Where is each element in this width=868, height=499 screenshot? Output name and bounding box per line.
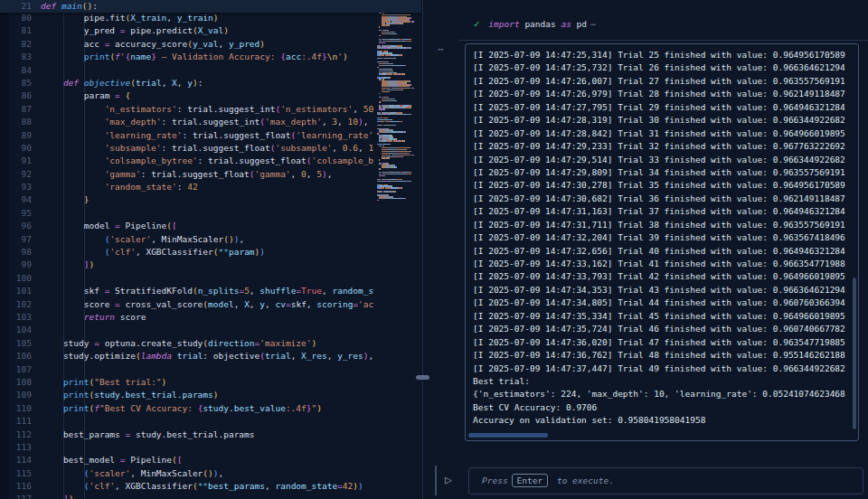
sticky-scope-header[interactable]: 21 def main():	[0, 0, 421, 13]
code-text: ])	[42, 259, 94, 271]
code-line[interactable]: 102 score = cross_val_score(model, X, y,…	[0, 298, 374, 311]
log-line: {'n_estimators': 224, 'max_depth': 10, '…	[473, 388, 851, 400]
code-editor-pane[interactable]: 80 pipe.fit(X_train, y_train)81 y_pred =…	[0, 0, 422, 499]
code-text: print(f'{name} – Validation Accuracy: {a…	[42, 51, 348, 63]
code-text: ('scaler', MinMaxScaler()),	[42, 467, 223, 480]
code-line[interactable]: 95	[0, 207, 374, 220]
code-line[interactable]: 86 param = {	[0, 89, 374, 102]
code-line[interactable]: 103 return score	[0, 311, 374, 324]
cell-actions-ellipsis[interactable]: ⋯	[438, 43, 445, 55]
code-line[interactable]: 90 'subsample': trial.suggest_float('sub…	[0, 142, 374, 155]
code-line[interactable]: 101 skf = StratifiedKFold(n_splits=5, sh…	[0, 285, 374, 297]
line-number: 91	[0, 155, 32, 167]
code-line[interactable]: 97 ('scaler', MinMaxScaler()),	[0, 233, 374, 246]
divider-drag-handle[interactable]	[416, 375, 429, 380]
ide-window: 80 pipe.fit(X_train, y_train)81 y_pred =…	[0, 0, 868, 499]
code-line[interactable]: 80 pipe.fit(X_train, y_train)	[0, 12, 374, 24]
code-line[interactable]: 111	[0, 415, 374, 428]
code-text: score = cross_val_score(model, X, y, cv=…	[42, 298, 374, 311]
code-text: 'learning_rate': trial.suggest_float('le…	[42, 129, 374, 142]
output-log-box[interactable]: [I 2025-07-09 14:47:25,314] Trial 25 fin…	[465, 43, 859, 441]
code-line[interactable]: 115 ('scaler', MinMaxScaler()),	[0, 467, 374, 480]
code-line[interactable]: 108 print("Best trial:")	[0, 376, 374, 389]
pane-divider[interactable]	[422, 0, 423, 499]
log-line: [I 2025-07-09 14:47:31,163] Trial 37 fin…	[473, 205, 851, 218]
code-line[interactable]: 106 study.optimize(lambda trial: objecti…	[0, 350, 374, 362]
log-line: [I 2025-07-09 14:47:31,711] Trial 38 fin…	[473, 219, 851, 231]
line-number: 88	[0, 116, 32, 128]
code-line[interactable]: 99 ])	[0, 259, 374, 271]
run-button[interactable]: ▷	[445, 470, 452, 490]
code-line[interactable]: 100	[0, 272, 374, 285]
line-number: 87	[0, 103, 32, 116]
enter-key-badge: Enter	[512, 474, 549, 487]
log-line: [I 2025-07-09 14:47:30,682] Trial 36 fin…	[473, 193, 851, 205]
code-line[interactable]: 110 print(f"Best CV Accuracy: {study.bes…	[0, 402, 374, 415]
line-number: 115	[0, 467, 32, 480]
code-line[interactable]: 107	[0, 363, 374, 376]
line-number: 117	[0, 493, 32, 499]
code-line[interactable]: 116 ('clf', XGBClassifier(**best_params,…	[0, 480, 374, 493]
code-line[interactable]: 89 'learning_rate': trial.suggest_float(…	[0, 129, 374, 142]
code-line[interactable]: 105 study = optuna.create_study(directio…	[0, 337, 374, 350]
command-input[interactable]: PressEnter to execute.	[468, 467, 863, 494]
line-number: 84	[0, 64, 32, 77]
code-line[interactable]: 112 best_params = study.best_trial.param…	[0, 428, 374, 441]
code-line[interactable]: 109 print(study.best_trial.params)	[0, 389, 374, 401]
log-line: [I 2025-07-09 14:47:33,793] Trial 42 fin…	[473, 270, 851, 283]
line-number: 106	[0, 350, 32, 362]
log-line: [I 2025-07-09 14:47:25,314] Trial 25 fin…	[473, 49, 851, 61]
line-number: 85	[0, 77, 32, 89]
code-text: def objective(trial, X, y):	[42, 77, 203, 89]
log-line: [I 2025-07-09 14:47:27,795] Trial 29 fin…	[473, 101, 851, 114]
log-line: [I 2025-07-09 14:47:32,656] Trial 40 fin…	[473, 245, 851, 258]
log-line: [I 2025-07-09 14:47:35,724] Trial 46 fin…	[473, 323, 851, 335]
code-text: 'max_depth': trial.suggest_int('max_dept…	[42, 116, 368, 128]
code-text: ('clf', XGBClassifier(**best_params, ran…	[42, 480, 363, 493]
code-line[interactable]: 91 'colsample_bytree': trial.suggest_flo…	[0, 155, 374, 167]
log-line: [I 2025-07-09 14:47:34,353] Trial 43 fin…	[473, 284, 851, 297]
collapsed-code-ellipsis[interactable]: ⋯	[590, 19, 596, 29]
code-line[interactable]: 93 'random_state': 42	[0, 181, 374, 193]
log-line: [I 2025-07-09 14:47:25,732] Trial 26 fin…	[473, 61, 851, 74]
code-line[interactable]: 87 'n_estimators': trial.suggest_int('n_…	[0, 103, 374, 116]
code-text: ('scaler', MinMaxScaler()),	[42, 233, 244, 246]
code-line[interactable]: 104	[0, 324, 374, 336]
code-line[interactable]: 94 }	[0, 193, 374, 206]
code-area[interactable]: 80 pipe.fit(X_train, y_train)81 y_pred =…	[0, 12, 374, 499]
header-divider	[458, 40, 868, 41]
code-text: acc = accuracy_score(y_val, y_pred)	[42, 38, 265, 51]
log-line: [I 2025-07-09 14:47:36,020] Trial 47 fin…	[473, 336, 851, 349]
line-number: 110	[0, 402, 32, 415]
code-line[interactable]: 113	[0, 441, 374, 454]
code-line[interactable]: 83 print(f'{name} – Validation Accuracy:…	[0, 51, 374, 63]
code-text: best_params = study.best_trial.params	[42, 428, 255, 441]
log-line: Best trial:	[473, 375, 851, 388]
code-line[interactable]: 92 'gamma': trial.suggest_float('gamma',…	[0, 168, 374, 181]
line-number: 92	[0, 168, 32, 181]
log-line: [I 2025-07-09 14:47:34,805] Trial 44 fin…	[473, 297, 851, 309]
code-line[interactable]: 84	[0, 64, 374, 77]
code-line[interactable]: 82 acc = accuracy_score(y_val, y_pred)	[0, 38, 374, 51]
prompt-text-post: to execute.	[552, 475, 614, 485]
line-number: 83	[0, 51, 32, 63]
code-text: best_model = Pipeline([	[42, 454, 182, 466]
line-number: 93	[0, 181, 32, 193]
code-text: ('clf', XGBClassifier(**param))	[42, 246, 265, 259]
code-line[interactable]: 88 'max_depth': trial.suggest_int('max_d…	[0, 116, 374, 128]
code-line[interactable]: 114 best_model = Pipeline([	[0, 454, 374, 466]
minimap[interactable]	[375, 2, 420, 273]
code-line[interactable]: 96 model = Pipeline([	[0, 220, 374, 232]
horizontal-scrollbar-thumb[interactable]	[468, 433, 548, 438]
line-number: 101	[0, 285, 32, 297]
line-number: 97	[0, 233, 32, 246]
code-text: 'colsample_bytree': trial.suggest_float(…	[42, 155, 374, 167]
code-line[interactable]: 98 ('clf', XGBClassifier(**param))	[0, 246, 374, 259]
code-line[interactable]: 85 def objective(trial, X, y):	[0, 77, 374, 89]
line-number: 99	[0, 259, 32, 271]
code-line[interactable]: 81 y_pred = pipe.predict(X_val)	[0, 24, 374, 37]
vertical-scrollbar-thumb[interactable]	[853, 278, 856, 429]
success-check-icon: ✓	[474, 18, 479, 29]
code-line[interactable]: 117 ])	[0, 493, 374, 499]
code-text: study = optuna.create_study(direction='m…	[42, 337, 316, 350]
